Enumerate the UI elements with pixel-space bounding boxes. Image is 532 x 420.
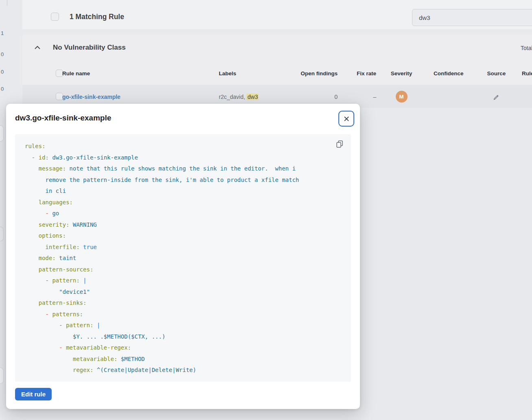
left-count: 0: [1, 69, 7, 75]
left-edge-fragment: [0, 125, 4, 142]
close-icon: [343, 116, 350, 122]
label-highlight: dw3: [246, 94, 259, 100]
select-all-checkbox[interactable]: [51, 13, 59, 21]
rule-detail-modal: dw3.go-xfile-sink-example rules: - id: d…: [6, 104, 360, 409]
left-divider: [7, 0, 7, 6]
matching-rules-count: 1 Matching Rule: [70, 13, 124, 21]
edit-rule-button[interactable]: Edit rule: [15, 388, 52, 400]
close-button[interactable]: [338, 111, 354, 127]
col-labels: Labels: [219, 70, 236, 77]
section-title: No Vulnerability Class: [53, 44, 126, 52]
col-source: Source: [485, 70, 508, 77]
total-label: Total: [521, 45, 532, 51]
pen-icon: [493, 93, 500, 101]
open-findings-value: 0: [285, 94, 338, 100]
left-count: 1: [1, 30, 7, 36]
col-confidence: Confidence: [434, 70, 464, 77]
rules-table-header: Rule name Labels Open findings Fix rate …: [22, 61, 532, 85]
col-rule: Rule: [522, 70, 532, 77]
rule-search-input[interactable]: [419, 14, 532, 21]
rule-search-box: [412, 9, 532, 26]
severity-badge: M: [396, 91, 408, 103]
left-edge-fragment: [0, 227, 4, 241]
rules-toolbar: 1 Matching Rule: [22, 0, 532, 29]
fix-rate-value: –: [344, 94, 376, 100]
collapse-chevron-icon[interactable]: [34, 45, 41, 50]
left-count: 0: [1, 86, 7, 92]
col-rule-name: Rule name: [62, 70, 90, 77]
col-fix-rate: Fix rate: [344, 70, 376, 77]
rule-name-link[interactable]: go-xfile-sink-example: [62, 94, 120, 100]
rule-labels: r2c_david, dw3: [219, 94, 259, 100]
code-block-lines: rules: - id: dw3.go-xfile-sink-example m…: [25, 141, 341, 376]
rule-yaml-code-block: rules: - id: dw3.go-xfile-sink-example m…: [15, 134, 351, 382]
copy-icon[interactable]: [335, 140, 344, 149]
modal-title: dw3.go-xfile-sink-example: [15, 114, 111, 122]
col-open-findings: Open findings: [285, 70, 338, 77]
col-severity: Severity: [388, 70, 414, 77]
left-count: 0: [1, 51, 7, 57]
left-edge-fragment: [0, 368, 4, 384]
